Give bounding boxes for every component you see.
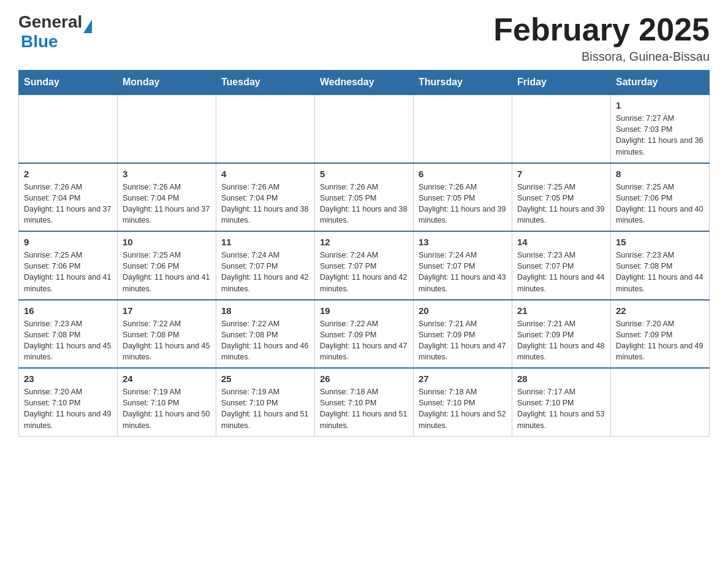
table-row [118, 94, 216, 163]
table-row: 21Sunrise: 7:21 AM Sunset: 7:09 PM Dayli… [512, 300, 611, 369]
table-row: 2Sunrise: 7:26 AM Sunset: 7:04 PM Daylig… [19, 163, 118, 232]
day-number: 4 [221, 169, 309, 179]
table-row: 16Sunrise: 7:23 AM Sunset: 7:08 PM Dayli… [19, 300, 118, 369]
col-saturday: Saturday [611, 71, 710, 95]
day-number: 6 [419, 169, 507, 179]
day-number: 16 [24, 305, 112, 316]
table-row: 4Sunrise: 7:26 AM Sunset: 7:04 PM Daylig… [216, 163, 315, 232]
day-info: Sunrise: 7:24 AM Sunset: 7:07 PM Dayligh… [419, 250, 507, 294]
day-number: 15 [616, 237, 704, 247]
col-monday: Monday [118, 71, 216, 95]
table-row: 6Sunrise: 7:26 AM Sunset: 7:05 PM Daylig… [414, 163, 512, 232]
table-row: 5Sunrise: 7:26 AM Sunset: 7:05 PM Daylig… [315, 163, 414, 232]
day-info: Sunrise: 7:21 AM Sunset: 7:09 PM Dayligh… [517, 318, 605, 363]
day-number: 17 [123, 305, 211, 316]
table-row: 1Sunrise: 7:27 AM Sunset: 7:03 PM Daylig… [611, 94, 710, 163]
day-number: 11 [221, 237, 309, 247]
logo-blue-text: Blue [21, 32, 58, 52]
day-info: Sunrise: 7:23 AM Sunset: 7:08 PM Dayligh… [616, 250, 704, 294]
day-info: Sunrise: 7:26 AM Sunset: 7:04 PM Dayligh… [221, 182, 309, 226]
table-row: 9Sunrise: 7:25 AM Sunset: 7:06 PM Daylig… [19, 231, 118, 300]
day-number: 8 [616, 169, 704, 179]
table-row: 25Sunrise: 7:19 AM Sunset: 7:10 PM Dayli… [216, 368, 315, 436]
day-info: Sunrise: 7:22 AM Sunset: 7:09 PM Dayligh… [320, 318, 408, 363]
day-info: Sunrise: 7:25 AM Sunset: 7:06 PM Dayligh… [616, 182, 704, 226]
day-info: Sunrise: 7:26 AM Sunset: 7:05 PM Dayligh… [320, 182, 408, 226]
day-info: Sunrise: 7:26 AM Sunset: 7:04 PM Dayligh… [24, 182, 112, 226]
table-row [414, 94, 512, 163]
day-info: Sunrise: 7:25 AM Sunset: 7:05 PM Dayligh… [517, 182, 605, 226]
day-number: 12 [320, 237, 408, 247]
day-info: Sunrise: 7:18 AM Sunset: 7:10 PM Dayligh… [419, 386, 507, 431]
col-wednesday: Wednesday [315, 71, 414, 95]
table-row: 28Sunrise: 7:17 AM Sunset: 7:10 PM Dayli… [512, 368, 611, 436]
logo: General Blue [18, 12, 92, 52]
day-number: 10 [123, 237, 211, 247]
calendar-title: February 2025 [493, 12, 710, 47]
table-row: 19Sunrise: 7:22 AM Sunset: 7:09 PM Dayli… [315, 300, 414, 369]
day-info: Sunrise: 7:24 AM Sunset: 7:07 PM Dayligh… [320, 250, 408, 294]
day-info: Sunrise: 7:25 AM Sunset: 7:06 PM Dayligh… [123, 250, 211, 294]
calendar-week-4: 16Sunrise: 7:23 AM Sunset: 7:08 PM Dayli… [19, 300, 710, 369]
day-number: 9 [24, 237, 112, 247]
day-number: 25 [221, 373, 309, 384]
col-thursday: Thursday [414, 71, 512, 95]
table-row: 17Sunrise: 7:22 AM Sunset: 7:08 PM Dayli… [118, 300, 216, 369]
day-info: Sunrise: 7:20 AM Sunset: 7:10 PM Dayligh… [24, 386, 112, 431]
day-info: Sunrise: 7:23 AM Sunset: 7:08 PM Dayligh… [24, 318, 112, 363]
col-tuesday: Tuesday [216, 71, 315, 95]
day-number: 18 [221, 305, 309, 316]
table-row: 3Sunrise: 7:26 AM Sunset: 7:04 PM Daylig… [118, 163, 216, 232]
table-row: 23Sunrise: 7:20 AM Sunset: 7:10 PM Dayli… [19, 368, 118, 436]
table-row: 26Sunrise: 7:18 AM Sunset: 7:10 PM Dayli… [315, 368, 414, 436]
table-row: 12Sunrise: 7:24 AM Sunset: 7:07 PM Dayli… [315, 231, 414, 300]
day-info: Sunrise: 7:22 AM Sunset: 7:08 PM Dayligh… [123, 318, 211, 363]
day-info: Sunrise: 7:20 AM Sunset: 7:09 PM Dayligh… [616, 318, 704, 363]
col-friday: Friday [512, 71, 611, 95]
day-number: 3 [123, 169, 211, 179]
table-row [216, 94, 315, 163]
calendar-week-5: 23Sunrise: 7:20 AM Sunset: 7:10 PM Dayli… [19, 368, 710, 436]
table-row: 8Sunrise: 7:25 AM Sunset: 7:06 PM Daylig… [611, 163, 710, 232]
day-number: 14 [517, 237, 605, 247]
day-info: Sunrise: 7:26 AM Sunset: 7:05 PM Dayligh… [419, 182, 507, 226]
day-number: 21 [517, 305, 605, 316]
day-info: Sunrise: 7:19 AM Sunset: 7:10 PM Dayligh… [221, 386, 309, 431]
day-number: 7 [517, 169, 605, 179]
calendar-week-3: 9Sunrise: 7:25 AM Sunset: 7:06 PM Daylig… [19, 231, 710, 300]
day-info: Sunrise: 7:23 AM Sunset: 7:07 PM Dayligh… [517, 250, 605, 294]
day-number: 19 [320, 305, 408, 316]
day-number: 13 [419, 237, 507, 247]
day-info: Sunrise: 7:22 AM Sunset: 7:08 PM Dayligh… [221, 318, 309, 363]
table-row: 15Sunrise: 7:23 AM Sunset: 7:08 PM Dayli… [611, 231, 710, 300]
table-row: 10Sunrise: 7:25 AM Sunset: 7:06 PM Dayli… [118, 231, 216, 300]
day-number: 28 [517, 373, 605, 384]
table-row: 18Sunrise: 7:22 AM Sunset: 7:08 PM Dayli… [216, 300, 315, 369]
day-number: 24 [123, 373, 211, 384]
table-row: 13Sunrise: 7:24 AM Sunset: 7:07 PM Dayli… [414, 231, 512, 300]
day-number: 1 [616, 100, 704, 110]
table-row: 20Sunrise: 7:21 AM Sunset: 7:09 PM Dayli… [414, 300, 512, 369]
table-row: 14Sunrise: 7:23 AM Sunset: 7:07 PM Dayli… [512, 231, 611, 300]
day-info: Sunrise: 7:25 AM Sunset: 7:06 PM Dayligh… [24, 250, 112, 294]
calendar-subtitle: Bissora, Guinea-Bissau [493, 50, 710, 64]
table-row [512, 94, 611, 163]
title-block: February 2025 Bissora, Guinea-Bissau [493, 12, 710, 64]
day-number: 20 [419, 305, 507, 316]
day-info: Sunrise: 7:24 AM Sunset: 7:07 PM Dayligh… [221, 250, 309, 294]
day-info: Sunrise: 7:21 AM Sunset: 7:09 PM Dayligh… [419, 318, 507, 363]
day-info: Sunrise: 7:26 AM Sunset: 7:04 PM Dayligh… [123, 182, 211, 226]
page-header: General Blue February 2025 Bissora, Guin… [18, 12, 710, 64]
col-sunday: Sunday [19, 71, 118, 95]
table-row [19, 94, 118, 163]
table-row: 22Sunrise: 7:20 AM Sunset: 7:09 PM Dayli… [611, 300, 710, 369]
day-info: Sunrise: 7:17 AM Sunset: 7:10 PM Dayligh… [517, 386, 605, 431]
day-number: 27 [419, 373, 507, 384]
day-number: 26 [320, 373, 408, 384]
day-info: Sunrise: 7:27 AM Sunset: 7:03 PM Dayligh… [616, 113, 704, 158]
calendar-week-1: 1Sunrise: 7:27 AM Sunset: 7:03 PM Daylig… [19, 94, 710, 163]
calendar-header-row: Sunday Monday Tuesday Wednesday Thursday… [19, 71, 710, 95]
table-row [315, 94, 414, 163]
day-number: 2 [24, 169, 112, 179]
table-row: 27Sunrise: 7:18 AM Sunset: 7:10 PM Dayli… [414, 368, 512, 436]
